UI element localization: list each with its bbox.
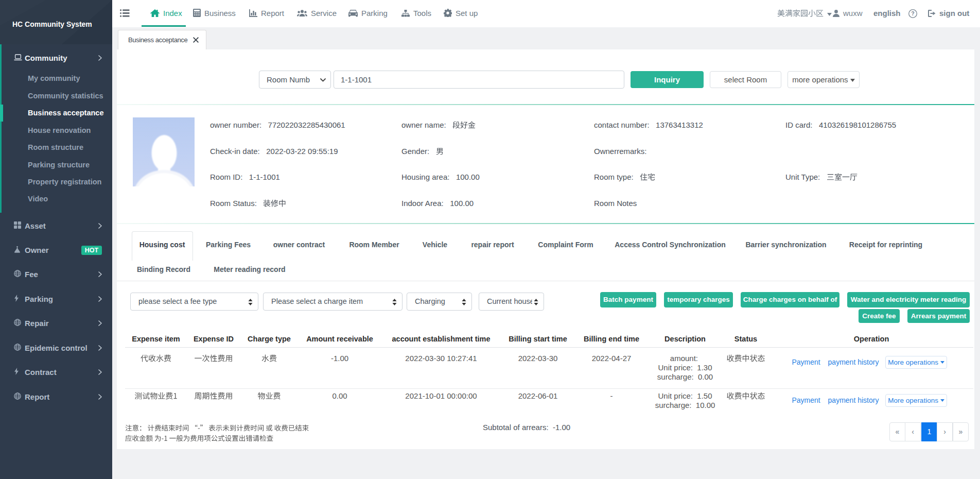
svg-text:?: ? — [911, 10, 914, 16]
